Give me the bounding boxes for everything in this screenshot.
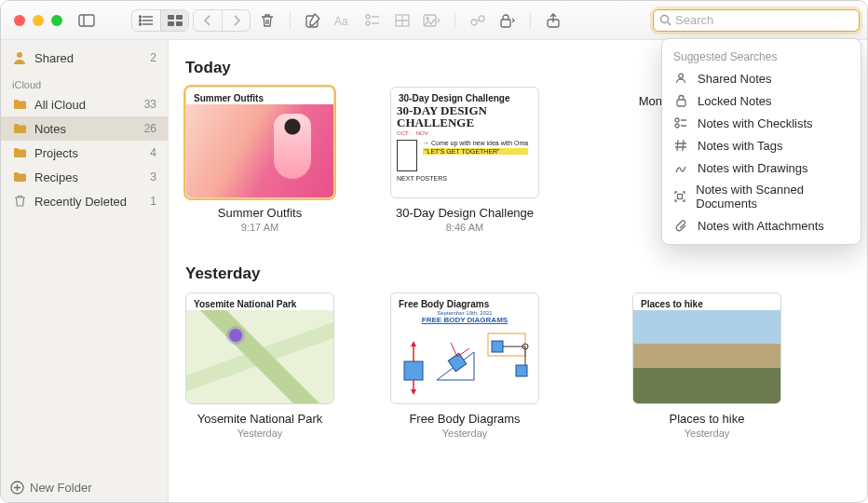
share-button[interactable] — [540, 9, 566, 32]
notes-grid-yesterday: Yosemite National Park Yosemite National… — [185, 292, 850, 439]
close-window-button[interactable] — [14, 15, 25, 26]
delete-button[interactable] — [254, 9, 280, 32]
suggestion-scanned[interactable]: Notes with Scanned Documents — [662, 179, 861, 214]
svg-rect-8 — [168, 15, 174, 20]
svg-rect-0 — [79, 15, 94, 26]
folder-icon — [12, 121, 27, 136]
svg-point-7 — [140, 23, 142, 25]
sidebar-shared-count: 2 — [150, 51, 156, 64]
toolbar: Aa — [1, 1, 867, 40]
search-suggestions-dropdown: Suggested Searches Shared Notes Locked N… — [661, 38, 861, 245]
sidebar-item-count: 4 — [150, 146, 156, 159]
note-title: Summer Outfits — [218, 206, 302, 220]
table-button[interactable] — [389, 9, 415, 32]
suggestion-label: Notes with Scanned Documents — [696, 183, 849, 211]
sidebar-item-all-icloud[interactable]: All iCloud 33 — [1, 92, 168, 116]
svg-line-27 — [476, 20, 480, 21]
view-switcher — [131, 9, 189, 32]
sidebar-shared[interactable]: Shared 2 — [1, 46, 168, 70]
svg-point-30 — [661, 16, 669, 23]
checklist-icon — [673, 116, 688, 130]
section-title-yesterday: Yesterday — [185, 265, 850, 283]
note-title: Places to hike — [670, 412, 745, 426]
minimize-window-button[interactable] — [33, 15, 44, 26]
search-field[interactable] — [653, 9, 860, 32]
suggestion-drawings[interactable]: Notes with Drawings — [662, 156, 861, 179]
sidebar-item-label: Projects — [34, 146, 78, 160]
svg-marker-38 — [411, 341, 416, 347]
suggestion-label: Shared Notes — [698, 72, 772, 86]
suggestion-attachments[interactable]: Notes with Attachments — [662, 214, 861, 237]
sidebar-item-recently-deleted[interactable]: Recently Deleted 1 — [1, 189, 168, 213]
zoom-window-button[interactable] — [51, 15, 62, 26]
sidebar-item-notes[interactable]: Notes 26 — [1, 116, 168, 141]
drawing-icon — [673, 160, 688, 175]
lock-button[interactable] — [495, 9, 521, 32]
back-button[interactable] — [194, 10, 222, 31]
suggestion-label: Notes with Attachments — [698, 219, 824, 233]
suggestion-shared-notes[interactable]: Shared Notes — [662, 67, 861, 89]
svg-line-58 — [683, 140, 684, 151]
suggestion-tags[interactable]: Notes with Tags — [662, 134, 861, 156]
list-view-button[interactable] — [132, 10, 160, 31]
thumb-label: Yosemite National Park — [194, 299, 296, 309]
svg-point-6 — [140, 20, 142, 21]
svg-point-24 — [427, 17, 429, 20]
new-folder-label: New Folder — [30, 481, 91, 495]
svg-point-25 — [471, 20, 477, 25]
nav-group — [193, 9, 251, 32]
note-card[interactable]: Free Body Diagrams September 19th, 2021 … — [390, 292, 539, 439]
svg-rect-28 — [501, 20, 510, 27]
separator — [290, 12, 291, 29]
search-input[interactable] — [675, 13, 853, 27]
note-thumbnail: 30-Day Design Challenge 30-DAY DESIGN CH… — [390, 87, 539, 198]
svg-point-32 — [17, 52, 22, 58]
note-card[interactable]: 30-Day Design Challenge 30-DAY DESIGN CH… — [390, 87, 539, 233]
sidebar-item-label: Notes — [34, 122, 66, 136]
paperclip-icon — [673, 218, 688, 233]
new-note-button[interactable] — [300, 9, 326, 32]
sidebar-item-projects[interactable]: Projects 4 — [1, 141, 168, 165]
sidebar-item-count: 3 — [150, 170, 156, 184]
separator — [530, 12, 531, 29]
toggle-sidebar-button[interactable] — [74, 9, 100, 32]
sidebar-shared-label: Shared — [34, 51, 74, 65]
note-card[interactable]: Yosemite National Park Yosemite National… — [185, 292, 334, 439]
link-button[interactable] — [465, 9, 491, 32]
suggestion-checklists[interactable]: Notes with Checklists — [662, 112, 861, 134]
note-card[interactable]: Summer Outfits Summer Outfits 9:17 AM — [185, 87, 334, 233]
svg-line-31 — [668, 22, 671, 25]
svg-rect-9 — [176, 15, 183, 20]
lock-icon — [673, 93, 688, 108]
forward-button[interactable] — [222, 10, 250, 31]
sidebar-item-recipes[interactable]: Recipes 3 — [1, 165, 168, 189]
note-card[interactable]: Places to hike Places to hike Yesterday — [632, 292, 781, 439]
note-date: 9:17 AM — [241, 222, 278, 233]
checklist-button[interactable] — [359, 9, 386, 32]
dropdown-header: Suggested Searches — [662, 45, 861, 67]
format-button[interactable]: Aa — [330, 9, 356, 32]
folder-icon — [12, 97, 27, 112]
tag-icon — [673, 138, 688, 153]
svg-point-53 — [675, 118, 679, 122]
new-folder-button[interactable]: New Folder — [1, 473, 168, 502]
note-date: Yesterday — [237, 428, 283, 439]
note-thumbnail: Summer Outfits — [185, 87, 334, 198]
svg-rect-36 — [404, 361, 423, 380]
sidebar-item-label: Recently Deleted — [34, 195, 127, 209]
svg-text:Aa: Aa — [334, 15, 348, 27]
plus-circle-icon — [10, 481, 24, 495]
app-window: Aa — [0, 0, 868, 503]
suggestion-locked-notes[interactable]: Locked Notes — [662, 89, 861, 112]
thumbnail-art: September 19th, 2021 FREE BODY DIAGRAMS — [395, 310, 535, 400]
shared-icon — [673, 71, 688, 86]
gallery-view-button[interactable] — [160, 10, 188, 31]
media-button[interactable] — [419, 9, 445, 32]
svg-point-26 — [479, 16, 484, 21]
sidebar-item-label: All iCloud — [34, 98, 86, 112]
svg-point-51 — [679, 74, 684, 78]
thumbnail-art — [633, 310, 780, 403]
suggestion-label: Notes with Checklists — [698, 116, 813, 130]
sidebar-item-count: 33 — [144, 98, 156, 111]
suggestion-label: Notes with Tags — [698, 139, 783, 153]
